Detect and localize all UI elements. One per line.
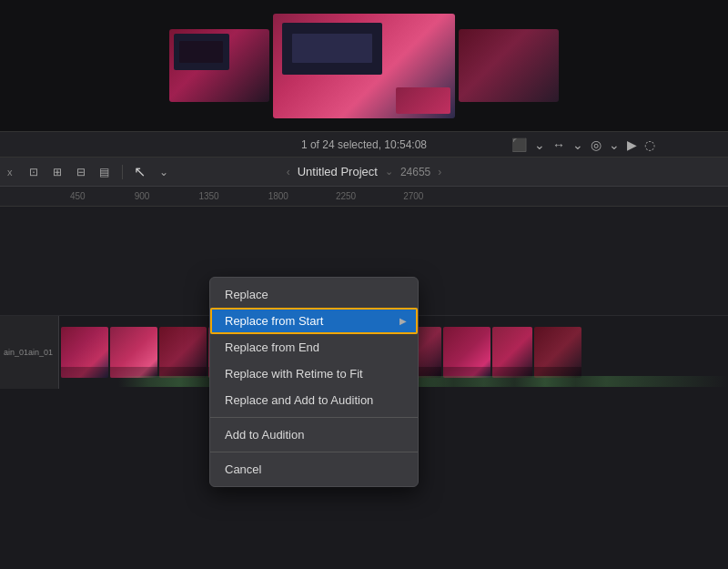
preview-thumbnails — [169, 14, 559, 118]
chevron-down-icon[interactable]: ⌄ — [154, 162, 174, 182]
project-num: 24655 — [400, 166, 430, 178]
menu-separator-1 — [210, 417, 418, 418]
context-menu: Replace Replace from Start ▶ Replace fro… — [209, 277, 419, 487]
mute-icon[interactable]: ◌ — [644, 137, 655, 152]
menu-item-replace[interactable]: Replace — [210, 281, 418, 308]
menu-item-replace-add-audition[interactable]: Replace and Add to Audition — [210, 387, 418, 413]
crop-icon[interactable]: ⬛ — [511, 137, 527, 152]
project-title: Untitled Project — [298, 165, 378, 178]
ruler-mark-2: 1350 — [198, 191, 218, 201]
chevron2-icon[interactable]: ⌄ — [572, 137, 583, 152]
ruler-mark-4: 2250 — [336, 191, 356, 201]
menu-separator-2 — [210, 452, 418, 452]
chevron-icon[interactable]: ⌄ — [534, 137, 545, 152]
ruler-mark-1: 900 — [135, 191, 150, 201]
x-label: x — [7, 167, 13, 178]
film-frame-3 — [159, 327, 207, 378]
submenu-arrow: ▶ — [399, 316, 407, 326]
ruler-mark-3: 1800 — [268, 191, 288, 201]
status-text: 1 of 24 selected, 10:54:08 — [301, 138, 427, 151]
film-frame-11 — [534, 327, 581, 378]
ruler-mark-0: 450 — [70, 191, 86, 201]
film-frame-2 — [110, 327, 157, 378]
thumbnail-left — [169, 29, 269, 102]
status-bar: 1 of 24 selected, 10:54:08 ⬛ ⌄ ↔ ⌄ ◎ ⌄ ▶… — [0, 132, 728, 157]
pointer-icon[interactable]: ↖ — [130, 162, 150, 182]
status-icons: ⬛ ⌄ ↔ ⌄ ◎ ⌄ ▶ ◌ — [511, 137, 655, 152]
track-label: ain_01 ain_01 — [0, 316, 59, 389]
monitor-icon-2[interactable]: ⊞ — [47, 162, 67, 182]
toolbar-center: ‹ Untitled Project ⌄ 24655 › — [287, 165, 442, 178]
toolbar: x ⊡ ⊞ ⊟ ▤ ↖ ⌄ ‹ Untitled Project ⌄ 24655… — [0, 157, 728, 187]
chevron3-icon[interactable]: ⌄ — [609, 137, 620, 152]
menu-icon[interactable]: ▤ — [95, 162, 115, 182]
menu-item-replace-retime[interactable]: Replace with Retime to Fit — [210, 361, 418, 387]
film-frame-9 — [443, 327, 490, 378]
menu-item-add-audition[interactable]: Add to Audition — [210, 422, 418, 448]
project-chevron-left[interactable]: ‹ — [287, 166, 290, 178]
menu-item-replace-from-start[interactable]: Replace from Start ▶ — [210, 308, 418, 334]
monitor-icon-1[interactable]: ⊡ — [24, 162, 44, 182]
transform-icon[interactable]: ↔ — [552, 137, 565, 152]
monitor-icon-3[interactable]: ⊟ — [71, 162, 91, 182]
project-chevron-right[interactable]: › — [438, 166, 441, 178]
stabilize-icon[interactable]: ◎ — [591, 137, 602, 152]
timeline-ruler: 450 900 1350 1800 2250 2700 — [0, 187, 728, 207]
play-icon[interactable]: ▶ — [627, 137, 637, 152]
preview-area — [0, 0, 728, 132]
menu-item-replace-from-end[interactable]: Replace from End — [210, 334, 418, 361]
menu-item-cancel[interactable]: Cancel — [210, 456, 418, 483]
thumbnail-main — [273, 14, 455, 118]
ruler-mark-5: 2700 — [403, 191, 423, 201]
ruler-marks: 450 900 1350 1800 2250 2700 — [11, 191, 728, 201]
thumbnail-right — [459, 29, 559, 102]
film-frame-10 — [492, 327, 532, 378]
film-frame-1 — [61, 327, 108, 378]
